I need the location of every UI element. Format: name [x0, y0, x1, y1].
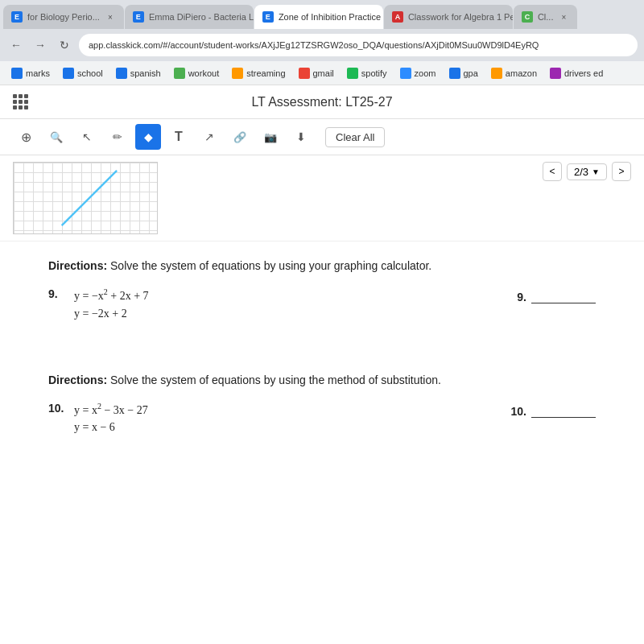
answer-line-9 — [531, 303, 596, 303]
tab-favicon-bacteria: E — [133, 11, 144, 23]
eraser-tool-button[interactable]: ◆ — [135, 124, 161, 150]
clear-all-button[interactable]: Clear All — [325, 127, 385, 147]
question-section-1: Directions: Solve the system of equation… — [0, 242, 644, 364]
bookmark-icon-gmail — [299, 68, 310, 79]
address-bar-row: ← → ↻ — [0, 29, 644, 61]
question-10-number: 10. — [48, 402, 68, 415]
question-9-number: 9. — [48, 287, 68, 300]
graph-drawing — [14, 163, 157, 233]
tab-algebra[interactable]: A Classwork for Algebra 1 Peri... × — [384, 5, 513, 29]
grid-menu-button[interactable] — [13, 94, 28, 109]
bookmark-icon-workout — [174, 68, 185, 79]
question-section-2: Directions: Solve the system of equation… — [0, 364, 644, 478]
classkick-top-bar: LT Assessment: LT25-27 — [0, 85, 644, 119]
tab-favicon-algebra: A — [392, 11, 403, 23]
bookmark-label-amazon: amazon — [506, 68, 537, 78]
text-icon: T — [175, 130, 183, 144]
bookmark-label-zoom: zoom — [415, 68, 436, 78]
bookmark-label-marks: marks — [26, 68, 50, 78]
tab-bacteria[interactable]: E Emma DiPiero - Bacteria Lab... × — [125, 5, 254, 29]
tab-biology[interactable]: E for Biology Perio... × — [3, 5, 124, 29]
bookmark-icon-gpa — [449, 68, 460, 79]
bookmark-drivers[interactable]: drivers ed — [545, 66, 608, 80]
bookmark-workout[interactable]: workout — [169, 66, 225, 80]
pen-tool-button[interactable]: ✏ — [105, 124, 130, 150]
question-9-eq2: y = −2x + 2 — [48, 308, 149, 320]
work-area: < 2/3 ▼ > — [0, 155, 644, 242]
tab-favicon-classkick: C — [522, 11, 533, 23]
bookmark-label-school: school — [77, 68, 103, 78]
bookmark-gpa[interactable]: gpa — [444, 66, 483, 80]
question-9-eq1: y = −x2 + 2x + 7 — [74, 287, 149, 303]
move-tool-button[interactable]: ↗ — [196, 124, 222, 150]
graph-grid — [13, 162, 158, 234]
tab-label-classkick: Cl... — [538, 12, 554, 22]
tab-classkick[interactable]: C Cl... × — [514, 5, 578, 29]
move-icon: ↗ — [204, 130, 214, 143]
bookmark-icon-spanish — [116, 68, 127, 79]
bookmark-school[interactable]: school — [58, 66, 108, 80]
bookmark-streaming[interactable]: streaming — [227, 66, 290, 80]
bookmark-marks[interactable]: marks — [6, 66, 55, 80]
address-input[interactable] — [79, 34, 638, 56]
tab-label-algebra: Classwork for Algebra 1 Peri... — [408, 12, 513, 22]
bookmark-icon-marks — [11, 68, 23, 79]
prev-page-button[interactable]: < — [543, 162, 562, 181]
download-tool-button[interactable]: ⬇ — [288, 124, 314, 150]
bookmark-label-drivers: drivers ed — [564, 68, 603, 78]
question-10-eq2: y = x − 6 — [48, 421, 148, 434]
page-indicator[interactable]: 2/3 ▼ — [567, 163, 607, 180]
next-page-button[interactable]: > — [612, 162, 631, 181]
bookmark-label-gmail: gmail — [313, 68, 334, 78]
select-tool-button[interactable]: ⊕ — [13, 124, 39, 150]
bookmark-spanish[interactable]: spanish — [111, 66, 166, 80]
pointer-tool-button[interactable]: ↖ — [74, 124, 100, 150]
pointer-icon: ↖ — [82, 130, 92, 143]
pagination: < 2/3 ▼ > — [543, 162, 631, 181]
bookmark-amazon[interactable]: amazon — [486, 66, 542, 80]
bookmark-icon-zoom — [400, 68, 411, 79]
tool-bar: ⊕ 🔍 ↖ ✏ ◆ T ↗ 🔗 📷 ⬇ Clear All — [0, 119, 644, 155]
bookmark-label-spotify: spotify — [361, 68, 387, 78]
page-content: LT Assessment: LT25-27 ⊕ 🔍 ↖ ✏ ◆ T ↗ 🔗 📷 — [0, 85, 644, 644]
tab-favicon-biology: E — [11, 11, 23, 23]
bookmark-label-streaming: streaming — [246, 68, 285, 78]
tab-favicon-zone: E — [262, 11, 274, 23]
page-dropdown-icon: ▼ — [592, 167, 600, 176]
answer-line-10 — [531, 417, 596, 418]
zoom-icon: 🔍 — [50, 131, 63, 143]
download-icon: ⬇ — [296, 130, 306, 143]
bookmark-gmail[interactable]: gmail — [294, 66, 339, 80]
tab-close-classkick[interactable]: × — [558, 11, 569, 23]
text-tool-button[interactable]: T — [166, 124, 192, 150]
current-page-label: 2/3 — [574, 166, 588, 178]
tab-zone[interactable]: E Zone of Inhibition Practice - C... × — [254, 5, 383, 29]
answer-label-9: 9. — [517, 291, 526, 303]
question-block-10: 10. y = x2 − 3x − 27 y = x − 6 10. — [48, 402, 596, 438]
page-title: LT Assessment: LT25-27 — [251, 95, 392, 109]
question-block-9: 9. y = −x2 + 2x + 7 y = −2x + 2 9. — [48, 287, 596, 324]
eraser-icon: ◆ — [144, 130, 153, 143]
bookmark-zoom[interactable]: zoom — [395, 66, 441, 80]
zoom-tool-button[interactable]: 🔍 — [43, 124, 69, 150]
forward-button[interactable]: → — [31, 35, 50, 55]
camera-tool-button[interactable]: 📷 — [258, 124, 283, 150]
select-icon: ⊕ — [21, 130, 31, 145]
back-button[interactable]: ← — [6, 35, 26, 55]
svg-line-0 — [62, 171, 117, 225]
link-tool-button[interactable]: 🔗 — [227, 124, 253, 150]
directions-text-2: Directions: Solve the system of equation… — [48, 372, 596, 389]
bookmark-icon-drivers — [550, 68, 561, 79]
bookmark-label-spanish: spanish — [130, 68, 161, 78]
tab-close-biology[interactable]: × — [105, 11, 116, 23]
bookmark-spotify[interactable]: spotify — [342, 66, 392, 80]
tab-bar: E for Biology Perio... × E Emma DiPiero … — [0, 0, 644, 29]
bookmark-label-gpa: gpa — [464, 68, 478, 78]
refresh-button[interactable]: ↻ — [55, 35, 74, 55]
camera-icon: 📷 — [264, 131, 277, 143]
question-9-row1: 9. y = −x2 + 2x + 7 — [48, 287, 149, 303]
tab-label-zone: Zone of Inhibition Practice - C... — [279, 12, 383, 22]
bookmark-icon-school — [63, 68, 74, 79]
bookmark-icon-spotify — [347, 68, 358, 79]
tab-label-biology: for Biology Perio... — [27, 12, 100, 22]
